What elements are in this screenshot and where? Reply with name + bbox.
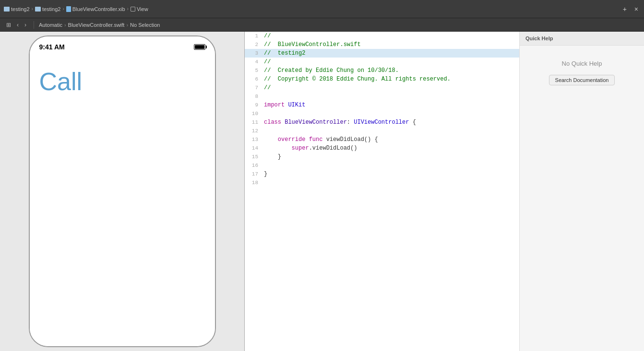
code-line: 1// <box>245 32 519 40</box>
folder-icon <box>4 7 10 12</box>
line-number: 3 <box>245 49 264 58</box>
code-line: 15 } <box>245 152 519 161</box>
breadcrumb: testing2 › testing2 › BlueViewController… <box>4 6 148 12</box>
line-content: } <box>264 152 519 161</box>
toolbar-nav-group: ⊞ ‹ › <box>4 21 29 29</box>
code-line: 13 override func viewDidLoad() { <box>245 135 519 144</box>
line-number: 18 <box>245 178 264 187</box>
editor-breadcrumb: Automatic › BlueViewController.swift › N… <box>39 22 160 28</box>
nav-back-button[interactable]: ‹ <box>14 21 21 29</box>
view-icon <box>131 7 135 12</box>
breadcrumb-sep-1: › <box>32 6 33 12</box>
code-editor-panel: 1//2// BlueViewController.swift3// testi… <box>245 32 519 351</box>
code-line: 2// BlueViewController.swift <box>245 40 519 49</box>
line-number: 13 <box>245 135 264 144</box>
code-line: 7// <box>245 83 519 92</box>
code-line: 3// testing2 <box>245 49 519 58</box>
breadcrumb-label: testing2 <box>11 6 30 12</box>
nav-forward-button[interactable]: › <box>22 21 29 29</box>
editor-toolbar: ⊞ ‹ › Automatic › BlueViewController.swi… <box>0 18 644 32</box>
breadcrumb-label-3: BlueViewController.xib <box>72 6 125 12</box>
battery-fill <box>195 45 204 49</box>
add-button[interactable]: + <box>621 4 629 14</box>
breadcrumb-label-4: View <box>137 6 148 12</box>
battery-icon <box>194 44 205 50</box>
top-bar-right: + × <box>621 4 640 14</box>
line-number: 6 <box>245 75 264 83</box>
line-number: 12 <box>245 127 264 135</box>
iphone-content: Call <box>30 58 215 346</box>
line-number: 11 <box>245 118 264 127</box>
line-content: // <box>264 83 519 92</box>
breadcrumb-item-testing2-1[interactable]: testing2 <box>4 6 30 12</box>
line-content: // <box>264 58 519 66</box>
quick-help-panel: Quick Help No Quick Help Search Document… <box>519 32 644 351</box>
call-label: Call <box>39 67 83 96</box>
code-line: 16 <box>245 161 519 170</box>
code-line: 14 super.viewDidLoad() <box>245 144 519 152</box>
code-line: 5// Created by Eddie Chung on 10/30/18. <box>245 66 519 75</box>
breadcrumb-item-xib[interactable]: BlueViewController.xib <box>66 6 125 12</box>
grid-view-button[interactable]: ⊞ <box>4 21 13 29</box>
line-number: 15 <box>245 152 264 161</box>
breadcrumb-item-view[interactable]: View <box>131 6 148 12</box>
code-line: 17} <box>245 170 519 178</box>
code-line: 12 <box>245 127 519 135</box>
toolbar-breadcrumb-sep-1: › <box>64 22 66 28</box>
line-number: 10 <box>245 109 264 118</box>
quick-help-header: Quick Help <box>520 32 644 46</box>
iphone-frame: 9:41 AM Call <box>29 35 216 347</box>
line-content: // testing2 <box>264 49 519 58</box>
breadcrumb-label-2: testing2 <box>42 6 61 12</box>
interface-builder-panel: 9:41 AM Call <box>0 32 245 351</box>
toolbar-breadcrumb-sep-2: › <box>126 22 128 28</box>
status-time: 9:41 AM <box>39 43 65 51</box>
line-number: 16 <box>245 161 264 170</box>
line-content: class BlueViewController: UIViewControll… <box>264 118 519 127</box>
line-content: // <box>264 32 519 40</box>
line-number: 4 <box>245 58 264 66</box>
line-number: 17 <box>245 170 264 178</box>
line-number: 2 <box>245 40 264 49</box>
line-number: 9 <box>245 101 264 109</box>
top-bar: testing2 › testing2 › BlueViewController… <box>0 0 644 18</box>
no-quick-help-text: No Quick Help <box>562 60 602 67</box>
line-content: // Copyright © 2018 Eddie Chung. All rig… <box>264 75 519 83</box>
line-content: override func viewDidLoad() { <box>264 135 519 144</box>
close-button[interactable]: × <box>632 4 640 14</box>
line-content: import UIKit <box>264 101 519 109</box>
status-bar: 9:41 AM <box>30 36 215 58</box>
file-label: BlueViewController.swift <box>68 22 125 28</box>
line-number: 14 <box>245 144 264 152</box>
main-content: 9:41 AM Call 1//2// BlueViewController.s… <box>0 32 644 351</box>
line-content: // Created by Eddie Chung on 10/30/18. <box>264 66 519 75</box>
file-icon <box>66 6 71 12</box>
code-line: 8 <box>245 92 519 101</box>
line-content: super.viewDidLoad() <box>264 144 519 152</box>
search-documentation-button[interactable]: Search Documentation <box>549 75 615 85</box>
code-line: 6// Copyright © 2018 Eddie Chung. All ri… <box>245 75 519 83</box>
folder-icon-2 <box>35 7 41 12</box>
code-line: 10 <box>245 109 519 118</box>
breadcrumb-sep-2: › <box>62 6 64 12</box>
status-icons <box>194 44 205 50</box>
breadcrumb-item-testing2-2[interactable]: testing2 <box>35 6 61 12</box>
line-content: } <box>264 170 519 178</box>
quick-help-content: No Quick Help Search Documentation <box>520 46 644 351</box>
code-editor[interactable]: 1//2// BlueViewController.swift3// testi… <box>245 32 519 351</box>
line-number: 1 <box>245 32 264 40</box>
line-number: 8 <box>245 92 264 101</box>
code-line: 9import UIKit <box>245 101 519 109</box>
selection-label: No Selection <box>130 22 160 28</box>
line-content: // BlueViewController.swift <box>264 40 519 49</box>
line-number: 5 <box>245 66 264 75</box>
line-number: 7 <box>245 83 264 92</box>
scheme-label: Automatic <box>39 22 62 28</box>
breadcrumb-sep-3: › <box>127 6 129 12</box>
code-line: 11class BlueViewController: UIViewContro… <box>245 118 519 127</box>
toolbar-sep-1 <box>34 21 34 29</box>
code-line: 18 <box>245 178 519 187</box>
code-line: 4// <box>245 58 519 66</box>
